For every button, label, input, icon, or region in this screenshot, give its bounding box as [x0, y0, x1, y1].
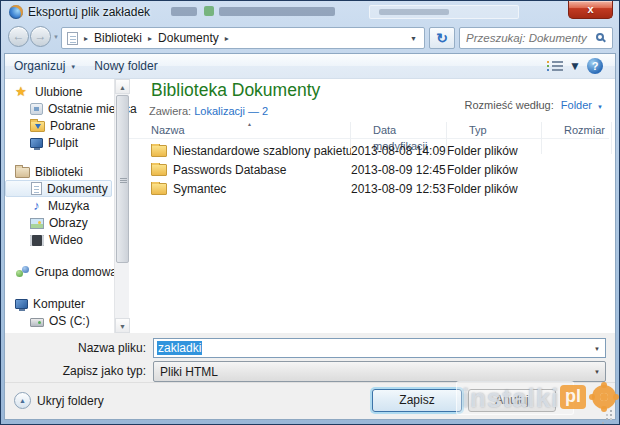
scrollbar-thumb[interactable]: [116, 95, 129, 263]
close-button[interactable]: x: [568, 1, 613, 19]
libraries-icon: [15, 167, 30, 178]
cancel-button[interactable]: Anuluj: [468, 389, 556, 412]
sort-ascending-icon: ▲: [247, 121, 252, 127]
sidebar-item-grupa-domowa[interactable]: Grupa domowa: [5, 263, 114, 280]
breadcrumb-separator: ▸: [84, 34, 88, 43]
background-window-blur: [219, 7, 335, 16]
breadcrumb-item-biblioteki[interactable]: Biblioteki: [94, 31, 142, 45]
view-dropdown-icon[interactable]: ▼: [569, 59, 581, 73]
background-window-blur: [379, 9, 449, 15]
video-icon: [30, 235, 44, 246]
downloads-icon: [30, 121, 45, 132]
sidebar-item-wideo[interactable]: Wideo: [5, 231, 114, 248]
file-name-dropdown-icon[interactable]: ▼: [594, 346, 600, 352]
window-title: Eksportuj plik zakładek: [28, 5, 150, 19]
search-icon: [596, 33, 604, 41]
file-row[interactable]: Passwords Database 2013-08-09 12:45 Fold…: [129, 160, 609, 179]
new-folder-button[interactable]: Nowy folder: [85, 54, 166, 78]
titlebar: Eksportuj plik zakładek x: [1, 1, 619, 23]
sidebar-item-biblioteki[interactable]: Biblioteki: [5, 163, 114, 180]
file-browser: ★ Ulubione Ostatnie miejsca Pobrane Pulp…: [5, 79, 615, 333]
search-input[interactable]: [464, 29, 590, 47]
breadcrumb-item-dokumenty[interactable]: Dokumenty: [158, 31, 219, 45]
background-window-blur: [204, 6, 214, 16]
arrange-value[interactable]: Folder: [561, 99, 592, 111]
search-box[interactable]: [459, 27, 613, 49]
sidebar-item-pulpit[interactable]: Pulpit: [5, 134, 114, 151]
save-button[interactable]: Zapisz: [372, 389, 462, 412]
save-type-value: Pliki HTML: [160, 365, 218, 379]
help-icon[interactable]: ?: [587, 58, 603, 74]
file-row[interactable]: Symantec 2013-08-09 12:53 Folder plików: [129, 179, 609, 198]
sidebar-item-dokumenty[interactable]: Dokumenty: [5, 180, 112, 197]
desktop-icon: [30, 138, 43, 148]
file-row[interactable]: Niestandardowe szablony pakietu Office 2…: [129, 141, 609, 160]
arrange-by-control[interactable]: Rozmieść według: Folder ▼: [464, 99, 603, 111]
hide-folders-button[interactable]: ▲ Ukryj foldery: [14, 392, 104, 409]
folder-icon: [151, 183, 167, 195]
column-headers: Nazwa Data modyfikacji Typ Rozmiar ▲: [129, 122, 609, 139]
locations-link[interactable]: Lokalizacji: [194, 105, 245, 117]
file-list-pane: Biblioteka Dokumenty Zawiera: Lokalizacj…: [129, 79, 615, 333]
file-name-value: zakladki: [157, 341, 202, 355]
firefox-icon: [9, 5, 23, 19]
music-icon: ♪: [30, 199, 43, 212]
forward-button[interactable]: →: [30, 26, 51, 47]
address-bar: ← → ▼ ▸ Biblioteki ▸ Dokumenty ▸ ▼ ↻: [1, 23, 619, 53]
sidebar-item-ostatnie-miejsca[interactable]: Ostatnie miejsca: [5, 100, 114, 117]
organize-button[interactable]: Organizuj ▼: [5, 54, 85, 78]
navigation-pane: ★ Ulubione Ostatnie miejsca Pobrane Pulp…: [5, 79, 114, 333]
sidebar-item-obrazy[interactable]: Obrazy: [5, 214, 114, 231]
star-icon: ★: [15, 85, 30, 99]
locations-count: — 2: [248, 105, 268, 117]
pictures-icon: [30, 218, 44, 229]
save-type-select[interactable]: Pliki HTML ▼: [153, 361, 606, 382]
change-view-icon[interactable]: [547, 60, 563, 72]
contains-label: Zawiera:: [149, 105, 191, 117]
library-title: Biblioteka Dokumenty: [151, 80, 320, 101]
arrange-dropdown-icon[interactable]: ▼: [597, 104, 603, 110]
homegroup-icon: [15, 265, 30, 278]
library-subtitle: Zawiera: Lokalizacji — 2: [149, 105, 268, 117]
dialog-footer: ▲ Ukryj foldery Zapisz Anuluj: [5, 382, 615, 419]
sidebar-item-os-c[interactable]: OS (C:): [5, 312, 114, 329]
background-window-blur: [171, 7, 197, 16]
history-dropdown-icon[interactable]: ▼: [53, 34, 59, 40]
save-type-dropdown-icon[interactable]: ▼: [594, 369, 600, 375]
location-icon: [67, 32, 78, 45]
back-button[interactable]: ←: [8, 26, 29, 47]
chevron-down-icon: ▼: [70, 64, 76, 70]
file-name-input[interactable]: zakladki ▼: [153, 338, 606, 358]
sidebar-scrollbar[interactable]: ▲ ▼: [114, 79, 129, 333]
address-dropdown-icon[interactable]: ▼: [410, 35, 417, 42]
collapse-up-icon: ▲: [14, 392, 31, 409]
file-name-label: Nazwa pliku:: [5, 341, 146, 355]
toolbar-right-group: ▼ ?: [547, 58, 615, 74]
save-type-label: Zapisz jako typ:: [5, 364, 146, 378]
folder-icon: [151, 164, 167, 176]
arrange-label: Rozmieść według:: [464, 99, 553, 111]
file-fields: Nazwa pliku: zakladki ▼ Zapisz jako typ:…: [5, 333, 615, 385]
refresh-button[interactable]: ↻: [429, 27, 455, 49]
dialog-client-area: Organizuj ▼ Nowy folder ▼ ? ★ Ulubione: [4, 53, 616, 420]
recent-places-icon: [30, 103, 43, 115]
breadcrumb-separator[interactable]: ▸: [225, 34, 229, 43]
documents-icon: [31, 182, 42, 195]
folder-icon: [151, 145, 167, 157]
breadcrumb-separator[interactable]: ▸: [148, 34, 152, 43]
resize-grip[interactable]: [602, 406, 612, 416]
sidebar-item-pobrane[interactable]: Pobrane: [5, 117, 114, 134]
sidebar-item-muzyka[interactable]: ♪ Muzyka: [5, 197, 114, 214]
export-bookmarks-dialog: Eksportuj plik zakładek x ← → ▼ ▸ Biblio…: [0, 0, 620, 425]
scroll-down-icon[interactable]: ▼: [115, 318, 130, 333]
disk-icon: [30, 318, 44, 327]
sidebar-item-komputer[interactable]: Komputer: [5, 295, 114, 312]
scroll-up-icon[interactable]: ▲: [115, 79, 130, 94]
breadcrumb[interactable]: ▸ Biblioteki ▸ Dokumenty ▸ ▼: [61, 27, 425, 49]
command-toolbar: Organizuj ▼ Nowy folder ▼ ?: [5, 54, 615, 79]
sidebar-item-ulubione[interactable]: ★ Ulubione: [5, 83, 114, 100]
computer-icon: [15, 299, 28, 309]
